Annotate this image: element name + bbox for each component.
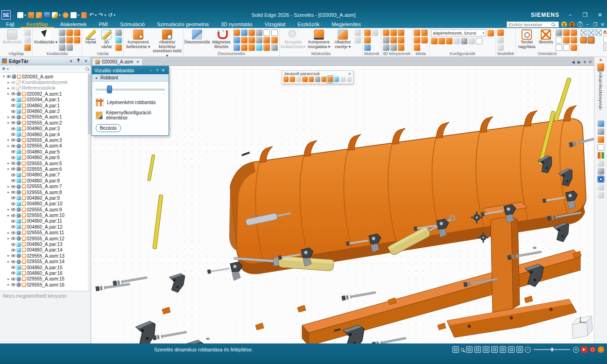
ribbon-tool-icon[interactable] [256, 44, 262, 51]
suggested-command-icon-7[interactable] [321, 77, 326, 82]
ribbon-tool-icon[interactable] [398, 44, 404, 51]
eye-icon[interactable] [11, 121, 15, 124]
expander-icon[interactable]: ▸ [7, 237, 10, 240]
eye-icon[interactable] [11, 191, 15, 194]
ribbon-tool-icon[interactable] [563, 29, 570, 36]
style-combo[interactable]: (Nincs)▾ [603, 44, 607, 51]
tree-item-029555-a-asm-1[interactable]: ▸029555_A.asm:1 [0, 114, 91, 120]
expander-icon[interactable]: ▸ [7, 260, 10, 264]
ribbon-button-sszeszerel-s[interactable]: Összeszerelés [185, 29, 209, 45]
ribbon-minimize-button[interactable]: − [585, 22, 590, 27]
property-manager-icon[interactable] [71, 12, 77, 18]
expander-icon[interactable]: ▸ [7, 208, 10, 211]
eye-icon[interactable] [11, 266, 15, 269]
suggested-command-icon-4[interactable] [302, 77, 307, 82]
minimize-button[interactable]: − [566, 12, 574, 18]
save-icon[interactable] [44, 12, 50, 18]
layers-icon[interactable] [598, 168, 604, 175]
configuration-combo[interactable]: alapértelmezett, Szucsi▾ [431, 29, 486, 36]
tree-item-029555-a-asm-6[interactable]: ▸029555_A.asm:6 [0, 166, 91, 172]
menu-tab-alakelemek[interactable]: Alakelemek [54, 21, 93, 28]
suggested-command-icon-8[interactable] [327, 77, 332, 82]
ribbon-button-illeszt-s[interactable]: Illesztés [537, 29, 554, 45]
expander-icon[interactable]: ▸ [7, 167, 10, 171]
tree-search-icon[interactable] [85, 67, 89, 70]
expander-icon[interactable]: ▸ [7, 115, 10, 119]
help-icon[interactable]: ? [577, 21, 583, 27]
close-button[interactable]: ✕ [596, 12, 604, 18]
menu-tab-szimulacio[interactable]: Szimuláció [114, 21, 151, 28]
suggested-command-icon-6[interactable] [315, 77, 320, 82]
ribbon-tool-icon[interactable] [364, 29, 371, 36]
ribbon-tool-icon[interactable] [468, 38, 475, 44]
suggested-command-icon-1[interactable] [283, 77, 289, 82]
doc-close-button[interactable]: ✕ [600, 22, 605, 27]
search-icon[interactable] [551, 23, 555, 26]
ribbon-tool-icon[interactable] [354, 29, 361, 36]
expander-icon[interactable]: ▸ [7, 161, 10, 165]
ribbon-button-ter-let-nagy-t-sa[interactable]: Terület nagyítása [517, 29, 536, 49]
ribbon-button-alkatr-sz-k-sz-t-se-szerel-sen-bel-l[interactable]: Alkatrész készítése szerelésen belül ▾ [153, 29, 182, 57]
suggested-command-icon-5[interactable] [309, 77, 314, 82]
tree-item-004860-a-par-6[interactable]: 004860_A.par:6 [0, 154, 91, 160]
dialog-minimize-icon[interactable]: − [148, 68, 154, 73]
eye-off-icon[interactable] [11, 81, 15, 84]
tree-item-029555-a-asm-12[interactable]: ▸029555_A.asm:12 [0, 236, 91, 241]
display-options-icon[interactable]: ▾ [68, 59, 74, 63]
tree-item-029555-a-asm-10[interactable]: ▸029555_A.asm:10 [0, 212, 91, 218]
menu-tab-3d-nyomtatas[interactable]: 3D nyomtatás [215, 21, 259, 28]
ribbon-tool-icon[interactable] [390, 44, 397, 51]
tree-item-029555-a-asm-14[interactable]: ▸029555_A.asm:14 [0, 259, 91, 265]
eye-icon[interactable] [11, 92, 15, 95]
tree-scrollbar[interactable] [88, 73, 91, 291]
ribbon-tool-icon[interactable] [248, 44, 255, 51]
tree-item-020094-a-par-1[interactable]: 020094_A.par:1 [0, 97, 91, 103]
eye-off-icon[interactable] [11, 87, 15, 90]
suggested-command-icon-2[interactable] [289, 77, 295, 82]
eye-icon[interactable] [11, 254, 15, 257]
tree-item-029555-a-asm-7[interactable]: ▸029555_A.asm:7 [0, 183, 91, 189]
menu-tab-szimulacios-geometria[interactable]: Szimulációs geometria [151, 21, 215, 28]
tree-item-004860-a-par-14[interactable]: 004860_A.par:14 [0, 247, 91, 253]
step-explode-item[interactable]: Lépésenként robbantás [92, 97, 169, 108]
close-dialog-button[interactable]: Bezárás [96, 124, 121, 132]
save-screen-config-item[interactable]: Képernyőkonfiguráció elmentése [92, 108, 169, 122]
exit-icon[interactable] [81, 12, 87, 18]
ribbon-button-alkatr-sz-cser-je[interactable]: Alkatrész cseréje ▾ [332, 29, 353, 49]
ribbon-tool-icon[interactable] [383, 29, 389, 36]
ribbon-button-beilleszt-s[interactable]: Beillesztés [1, 29, 23, 45]
ribbon-tool-icon[interactable] [571, 29, 577, 36]
zoom-out-button[interactable]: − [525, 347, 531, 353]
ribbon-tool-icon[interactable] [414, 29, 420, 36]
zoom-slider[interactable] [534, 349, 570, 350]
ribbon-tool-icon[interactable] [476, 38, 482, 44]
expander-icon[interactable]: ▸ [7, 138, 10, 142]
ribbon-tool-icon[interactable] [372, 29, 378, 36]
menu-tab-megjelenites[interactable]: Megjelenítés [325, 21, 367, 28]
tree-item-004860-a-par-13[interactable]: 004860_A.par:13 [0, 241, 91, 247]
tree-item-004860-a-par-16[interactable]: 004860_A.par:16 [0, 270, 91, 276]
ribbon-tool-icon[interactable] [263, 29, 270, 36]
tree-item-029555-a-asm-4[interactable]: ▸029555_A.asm:4 [0, 143, 91, 149]
ribbon-tool-icon[interactable] [364, 37, 371, 43]
check-in-icon[interactable] [36, 12, 42, 18]
fit-icon[interactable] [466, 346, 473, 353]
ribbon-tool-icon[interactable] [421, 37, 428, 43]
eye-icon[interactable] [11, 179, 15, 182]
part-painter-icon[interactable] [598, 136, 604, 143]
expander-icon[interactable]: ▸ [7, 86, 10, 90]
menu-tab-vizsgalat[interactable]: Vizsgálat [259, 21, 291, 28]
suggested-command-icon-3[interactable] [296, 77, 301, 82]
options-gear-icon[interactable] [63, 12, 69, 18]
eye-icon[interactable] [11, 196, 15, 199]
ribbon-tool-icon[interactable] [383, 44, 389, 51]
tree-item-029555-a-asm-5[interactable]: ▸029555_A.asm:5 [0, 161, 91, 166]
tree-item-004860-a-par-8[interactable]: 004860_A.par:8 [0, 178, 91, 183]
ribbon-tool-icon[interactable] [390, 29, 397, 36]
ribbon-tool-icon[interactable] [66, 44, 73, 51]
tree-item-029555-a-asm-8[interactable]: ▸029555_A.asm:8 [0, 189, 91, 195]
dropdown-arrow-icon[interactable]: ▾ [113, 13, 115, 17]
eye-icon[interactable] [11, 283, 15, 286]
doc-restore-button[interactable]: ❐ [593, 22, 598, 27]
view-cube[interactable] [572, 316, 593, 339]
